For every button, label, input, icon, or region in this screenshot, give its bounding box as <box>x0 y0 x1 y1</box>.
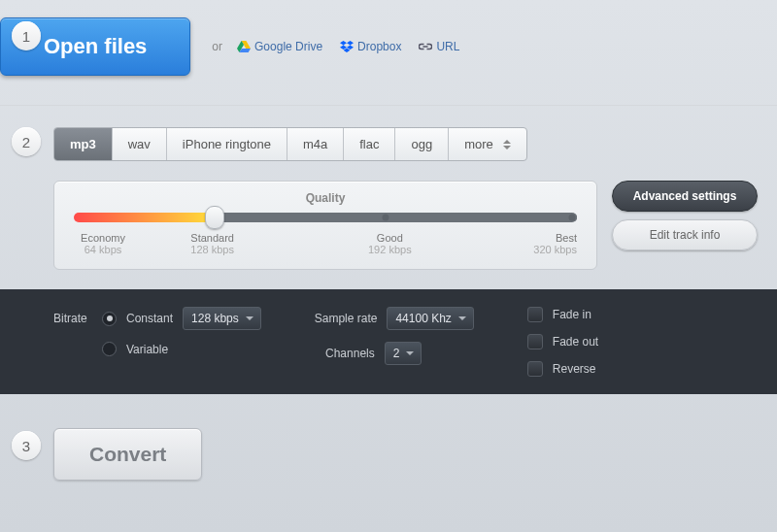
step-2-section: 2 mp3 wav iPhone ringtone m4a flac ogg m… <box>0 106 777 289</box>
sample-rate-label: Sample rate <box>315 312 378 325</box>
quality-label-economy: Economy64 kbps <box>74 232 132 255</box>
bitrate-select[interactable]: 128 kbps <box>183 307 261 330</box>
reverse-label: Reverse <box>553 362 596 376</box>
google-drive-label: Google Drive <box>254 40 322 53</box>
advanced-settings-panel: Bitrate Constant 128 kbps Variable Sampl… <box>0 289 777 394</box>
tab-ogg[interactable]: ogg <box>395 128 449 160</box>
link-icon <box>419 41 432 52</box>
fade-out-checkbox[interactable] <box>527 334 543 349</box>
quality-panel: Quality Economy64 kbps Standard128 kbps … <box>53 181 597 270</box>
or-text: or <box>212 40 222 53</box>
bitrate-constant-radio[interactable] <box>102 312 117 326</box>
fade-in-checkbox[interactable] <box>527 307 543 322</box>
sample-rate-select[interactable]: 44100 Khz <box>387 307 473 330</box>
bitrate-variable-radio[interactable] <box>102 342 117 356</box>
tab-more-label: more <box>464 137 493 151</box>
quality-tick-best <box>568 215 575 221</box>
tab-flac[interactable]: flac <box>344 128 395 160</box>
fade-in-label: Fade in <box>553 308 591 321</box>
step-1-badge: 1 <box>12 21 41 50</box>
dropbox-label: Dropbox <box>357 40 401 53</box>
advanced-settings-button[interactable]: Advanced settings <box>612 181 758 212</box>
google-drive-link[interactable]: Google Drive <box>237 40 322 53</box>
reverse-checkbox[interactable] <box>527 361 543 377</box>
step-2-badge: 2 <box>12 127 41 156</box>
tab-m4a[interactable]: m4a <box>287 128 344 160</box>
quality-label-standard: Standard128 kbps <box>184 232 242 255</box>
quality-slider[interactable] <box>74 213 577 222</box>
url-label: URL <box>436 40 459 53</box>
bitrate-constant-label: Constant <box>126 312 173 325</box>
quality-title: Quality <box>74 191 577 205</box>
step-3-section: 3 Convert <box>0 394 777 510</box>
quality-label-good: Good192 kbps <box>360 232 419 255</box>
channels-label: Channels <box>315 347 375 360</box>
fade-out-label: Fade out <box>553 335 598 349</box>
format-tabs: mp3 wav iPhone ringtone m4a flac ogg mor… <box>53 127 527 161</box>
dropbox-link[interactable]: Dropbox <box>340 40 401 53</box>
quality-label-best: Best320 kbps <box>519 232 577 255</box>
bitrate-label: Bitrate <box>53 312 92 325</box>
step-1-section: 1 Open files or Google Drive Dropbox URL <box>0 0 777 105</box>
step-3-badge: 3 <box>12 431 41 460</box>
url-link[interactable]: URL <box>419 40 459 53</box>
quality-thumb[interactable] <box>205 206 224 229</box>
tab-more[interactable]: more <box>449 128 526 160</box>
dropbox-icon <box>340 41 354 52</box>
tab-wav[interactable]: wav <box>113 128 167 160</box>
convert-button[interactable]: Convert <box>53 428 202 481</box>
bitrate-variable-label: Variable <box>126 343 168 356</box>
tab-iphone-ringtone[interactable]: iPhone ringtone <box>167 128 287 160</box>
quality-tick-good <box>383 215 389 221</box>
google-drive-icon <box>237 41 251 52</box>
channels-select[interactable]: 2 <box>385 342 422 365</box>
tab-mp3[interactable]: mp3 <box>54 128 113 160</box>
edit-track-info-button[interactable]: Edit track info <box>612 219 758 250</box>
chevron-updown-icon <box>503 140 511 150</box>
